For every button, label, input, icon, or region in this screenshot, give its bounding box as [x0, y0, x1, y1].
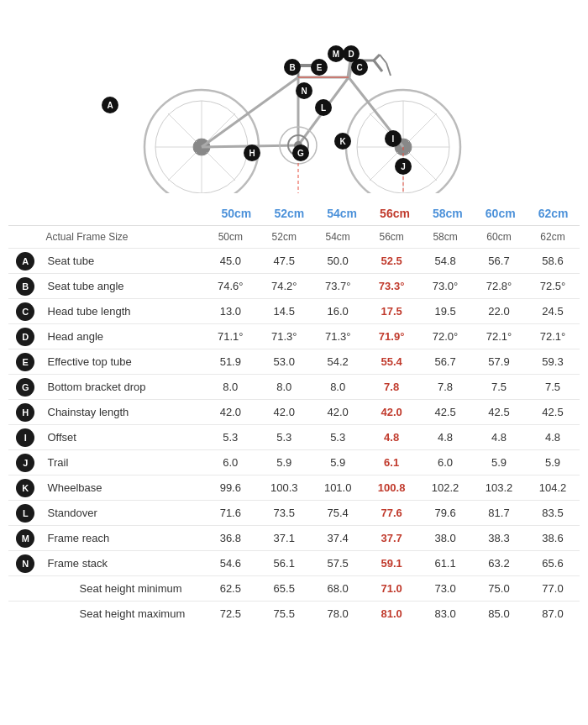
size-58[interactable]: 58cm [421, 207, 474, 220]
size-52[interactable]: 52cm [263, 207, 316, 220]
row-label: Chainstay length [43, 400, 204, 425]
cell-value: 5.9 [526, 450, 580, 475]
cell-value: 50cm [203, 226, 257, 249]
cell-value: 104.2 [526, 475, 580, 501]
size-60[interactable]: 60cm [474, 207, 527, 220]
cell-value: 6.0 [418, 450, 472, 475]
cell-value: 71.0 [365, 576, 418, 602]
cell-value: 22.0 [472, 299, 526, 324]
cell-value: 38.6 [526, 526, 580, 551]
size-56[interactable]: 56cm [369, 207, 422, 220]
cell-value: 13.0 [203, 299, 257, 324]
cell-value: 4.8 [418, 425, 472, 450]
row-label: Offset [43, 425, 204, 450]
cell-value: 62cm [526, 226, 580, 249]
cell-value: 52.5 [365, 249, 418, 274]
badge-col: A [8, 249, 43, 274]
badge-col [8, 576, 43, 602]
badge-col: N [8, 551, 43, 576]
cell-value: 5.9 [311, 450, 365, 475]
cell-value: 7.5 [526, 375, 580, 400]
row-badge: I [16, 428, 34, 447]
cell-value: 5.3 [257, 425, 311, 450]
row-badge: H [16, 403, 34, 422]
row-label: Seat tube [43, 249, 204, 274]
svg-text:H: H [249, 149, 255, 158]
badge-col: I [8, 425, 43, 450]
cell-value: 8.0 [311, 375, 365, 400]
cell-value: 7.8 [365, 375, 418, 400]
table-row: HChainstay length42.042.042.042.042.542.… [8, 400, 580, 425]
cell-value: 103.2 [472, 475, 526, 501]
svg-text:L: L [321, 103, 326, 113]
cell-value: 17.5 [365, 299, 418, 324]
badge-col [8, 226, 43, 249]
badge-col: B [8, 274, 43, 299]
cell-value: 61.1 [418, 551, 472, 576]
cell-value: 59.1 [365, 551, 418, 576]
cell-value: 56.7 [418, 349, 472, 375]
cell-value: 74.6° [203, 274, 257, 299]
row-badge: B [16, 277, 34, 296]
row-label: Seat height minimum [43, 576, 204, 602]
row-badge: J [16, 454, 34, 472]
row-label: Head angle [43, 324, 204, 349]
svg-text:B: B [289, 63, 295, 72]
cell-value: 81.0 [365, 602, 418, 627]
svg-rect-0 [92, 17, 496, 193]
cell-value: 54.8 [418, 249, 472, 274]
row-label: Frame reach [43, 526, 204, 551]
badge-col: D [8, 324, 43, 349]
bike-diagram: A B C D E G H I J K L M [0, 0, 588, 202]
cell-value: 4.8 [365, 425, 418, 450]
cell-value: 71.1° [203, 324, 257, 349]
cell-value: 8.0 [203, 375, 257, 400]
table-row: IOffset5.35.35.34.84.84.84.8 [8, 425, 580, 450]
table-row: MFrame reach36.837.137.437.738.038.338.6 [8, 526, 580, 551]
row-label: Actual Frame Size [43, 226, 204, 249]
cell-value: 24.5 [526, 299, 580, 324]
cell-value: 85.0 [472, 602, 526, 627]
cell-value: 83.5 [526, 501, 580, 526]
cell-value: 72.5 [203, 602, 257, 627]
row-badge: D [16, 328, 34, 346]
table-row: NFrame stack54.656.157.559.161.163.265.6 [8, 551, 580, 576]
cell-value: 71.3° [311, 324, 365, 349]
cell-value: 4.8 [472, 425, 526, 450]
cell-value: 72.8° [472, 274, 526, 299]
cell-value: 73.3° [365, 274, 418, 299]
row-label: Wheelbase [43, 475, 204, 501]
cell-value: 72.1° [472, 324, 526, 349]
row-label: Head tube length [43, 299, 204, 324]
cell-value: 5.3 [203, 425, 257, 450]
cell-value: 77.6 [365, 501, 418, 526]
svg-text:E: E [317, 63, 323, 72]
size-50[interactable]: 50cm [210, 207, 263, 220]
table-row: GBottom bracket drop8.08.08.07.87.87.57.… [8, 375, 580, 400]
cell-value: 65.6 [526, 551, 580, 576]
cell-value: 56.1 [257, 551, 311, 576]
row-badge: E [16, 353, 34, 371]
cell-value: 42.5 [526, 400, 580, 425]
size-62[interactable]: 62cm [527, 207, 580, 220]
table-row: LStandover71.673.575.477.679.681.783.5 [8, 501, 580, 526]
cell-value: 14.5 [257, 299, 311, 324]
cell-value: 7.8 [418, 375, 472, 400]
cell-value: 47.5 [257, 249, 311, 274]
badge-col [8, 602, 43, 627]
cell-value: 57.5 [311, 551, 365, 576]
badge-col: M [8, 526, 43, 551]
row-label: Bottom bracket drop [43, 375, 204, 400]
cell-value: 50.0 [311, 249, 365, 274]
cell-value: 7.5 [472, 375, 526, 400]
table-row: Seat height minimum62.565.568.071.073.07… [8, 576, 580, 602]
cell-value: 4.8 [526, 425, 580, 450]
cell-value: 42.0 [311, 400, 365, 425]
table-row: BSeat tube angle74.6°74.2°73.7°73.3°73.0… [8, 274, 580, 299]
size-54[interactable]: 54cm [316, 207, 369, 220]
cell-value: 42.0 [257, 400, 311, 425]
cell-value: 37.4 [311, 526, 365, 551]
row-badge: N [16, 554, 34, 573]
svg-line-30 [349, 60, 351, 77]
cell-value: 36.8 [203, 526, 257, 551]
